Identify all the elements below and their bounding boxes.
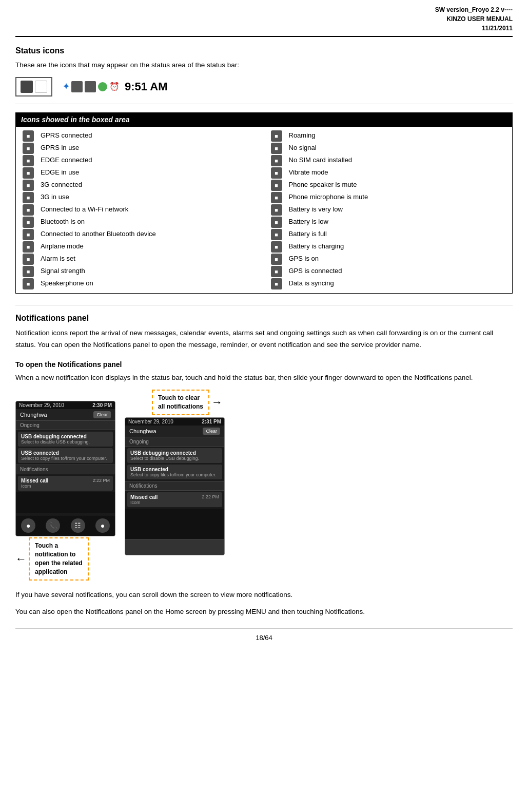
- icon-sym-left-4: ■: [23, 180, 34, 191]
- left-notif3-title: Missed call: [21, 478, 48, 484]
- icon-row-right: ■ Battery is very low: [269, 204, 507, 216]
- icon-cell-right-6: ■: [269, 204, 284, 216]
- icon-row-left: ■ 3G in use: [21, 191, 259, 204]
- icon-label-right-9: Battery is charging: [289, 241, 507, 252]
- bottom-callout-text: Touch anotification toopen the relatedap…: [35, 542, 83, 575]
- top-right-callout-arrow: →: [211, 396, 223, 409]
- icon-cell-left-11: ■: [21, 266, 35, 277]
- icon-label-right-12: Data is syncing: [289, 278, 507, 289]
- left-btn4[interactable]: ●: [95, 518, 110, 533]
- icon-label-left-8: Connected to another Bluetooth device: [41, 229, 259, 240]
- left-statusbar: November 29, 2010 2:30 PM: [16, 401, 115, 409]
- icon-sym-right-2: ■: [271, 155, 282, 166]
- icon-label-right-3: Vibrate mode: [289, 167, 507, 178]
- left-phone-bottom-bar: ● 📞 ☷ ●: [16, 515, 115, 536]
- right-notif2-sub: Select to copy files to/from your comput…: [130, 472, 219, 477]
- right-statusbar: November 29, 2010 2:31 PM: [125, 418, 224, 426]
- icon-label-left-11: Signal strength: [41, 266, 259, 277]
- icon-cell-left-3: ■: [21, 167, 35, 179]
- icon-row-left: ■ Alarm is set: [21, 253, 259, 265]
- notifications-section: Notifications panel Notification icons r…: [15, 314, 513, 581]
- status-bar-right-group: ✦ ⏰ 9:51 AM: [63, 80, 168, 93]
- left-notif2-sub: Select to copy files to/from your comput…: [21, 456, 110, 461]
- icon-row-right: ■ Data is syncing: [269, 278, 507, 290]
- icon-sym-left-11: ■: [23, 266, 34, 277]
- icon-label-left-3: EDGE in use: [41, 167, 259, 178]
- icon-sym-left-2: ■: [23, 155, 34, 166]
- page-header: SW version_Froyo 2.2 v---- KINZO USER ME…: [15, 5, 513, 37]
- icon-sym-right-8: ■: [271, 229, 282, 240]
- left-btn2[interactable]: 📞: [46, 518, 60, 533]
- icon-sym-left-3: ■: [23, 167, 34, 179]
- icons-left-column: ■ GPRS connected ■ GPRS in use ■ EDGE co…: [21, 130, 259, 290]
- icon-sym-left-6: ■: [23, 204, 34, 216]
- left-carrier-row: Chunghwa Clear: [16, 409, 115, 420]
- notifications-heading: Notifications panel: [15, 314, 513, 323]
- left-notif3-sub: Icom: [21, 484, 110, 489]
- icon-label-left-1: GPRS in use: [41, 143, 259, 153]
- icon-sym-right-4: ■: [271, 180, 282, 191]
- icon-sym-left-8: ■: [23, 229, 34, 240]
- right-clear-btn[interactable]: Clear: [203, 428, 220, 435]
- screenshots-pair: November 29, 2010 2:30 PM Chunghwa Clear…: [15, 389, 513, 580]
- icon-label-left-9: Airplane mode: [41, 241, 259, 252]
- icon-label-right-8: Battery is full: [289, 229, 507, 240]
- right-ongoing-label: Ongoing: [125, 437, 224, 447]
- icon-label-left-6: Connected to a Wi-Fi network: [41, 204, 259, 215]
- bottom-callout-arrow: ←: [15, 552, 27, 566]
- status-bar-simulation: ✦ ⏰ 9:51 AM: [15, 77, 513, 96]
- right-notif1-sub: Select to disable USB debugging.: [130, 456, 219, 461]
- left-btn3[interactable]: ☷: [71, 518, 85, 533]
- icon-row-right: ■ GPS is connected: [269, 265, 507, 278]
- right-phone-screen: November 29, 2010 2:31 PM Chunghwa Clear…: [125, 417, 225, 555]
- bluetooth-icon: ✦: [63, 82, 69, 91]
- page-number: 18/64: [15, 628, 513, 642]
- icon-label-right-0: Roaming: [289, 130, 507, 141]
- left-phone-wrapper: November 29, 2010 2:30 PM Chunghwa Clear…: [15, 389, 115, 580]
- icon-cell-right-11: ■: [269, 266, 284, 277]
- icon-row-right: ■ No signal: [269, 142, 507, 154]
- right-notif2-title: USB connected: [130, 467, 219, 472]
- open-notif-heading: To open the Notifications panel: [15, 360, 513, 369]
- icon-label-right-1: No signal: [289, 143, 507, 153]
- icon-label-left-12: Speakerphone on: [41, 278, 259, 289]
- left-phone-extra-area: [16, 492, 115, 513]
- notifications-body: Notification icons report the arrival of…: [15, 327, 513, 351]
- icon-sym-right-3: ■: [271, 167, 282, 179]
- icon-cell-right-4: ■: [269, 180, 284, 191]
- status-time: 9:51 AM: [125, 80, 168, 93]
- top-right-callout-box: Touch to clearall notifications: [152, 390, 209, 415]
- left-notif2: USB connected Select to copy files to/fr…: [18, 448, 113, 463]
- status-icons-heading: Status icons: [15, 46, 513, 55]
- icon-row-left: ■ GPRS connected: [21, 130, 259, 142]
- icon-label-left-4: 3G connected: [41, 180, 259, 190]
- icon-row-left: ■ 3G connected: [21, 179, 259, 191]
- icon-cell-right-3: ■: [269, 167, 284, 179]
- icon-cell-right-12: ■: [269, 278, 284, 289]
- left-notif1-title: USB debugging connected: [21, 434, 110, 439]
- right-carrier-row: Chunghwa Clear: [125, 426, 224, 437]
- icon-row-left: ■ EDGE connected: [21, 154, 259, 167]
- left-notif2-title: USB connected: [21, 450, 110, 456]
- left-notif1-sub: Select to disable USB debugging.: [21, 439, 110, 444]
- left-date: November 29, 2010: [19, 402, 64, 408]
- icon-sym-right-11: ■: [271, 266, 282, 277]
- left-clear-btn[interactable]: Clear: [93, 411, 111, 418]
- icon-label-right-7: Battery is low: [289, 217, 507, 227]
- icon-row-right: ■ Vibrate mode: [269, 167, 507, 179]
- icon-cell-left-7: ■: [21, 217, 35, 228]
- icon-sym-left-1: ■: [23, 143, 34, 154]
- right-notif1: USB debugging connected Select to disabl…: [127, 448, 222, 463]
- icon-label-left-5: 3G in use: [41, 192, 259, 203]
- status-icons-intro: These are the icons that may appear on t…: [15, 60, 513, 71]
- icon-cell-left-0: ■: [21, 130, 35, 142]
- right-date: November 29, 2010: [128, 419, 173, 424]
- icon-cell-right-1: ■: [269, 143, 284, 154]
- left-notif-label: Notifications: [16, 465, 115, 474]
- left-notif3-time: 2:22 PM: [92, 478, 110, 484]
- icons-table-header: Icons showed in the boxed area: [16, 113, 512, 127]
- left-btn1[interactable]: ●: [21, 518, 35, 533]
- icon-cell-right-9: ■: [269, 241, 284, 253]
- icon-sym-left-0: ■: [23, 130, 34, 142]
- left-phone-screen: November 29, 2010 2:30 PM Chunghwa Clear…: [15, 401, 115, 536]
